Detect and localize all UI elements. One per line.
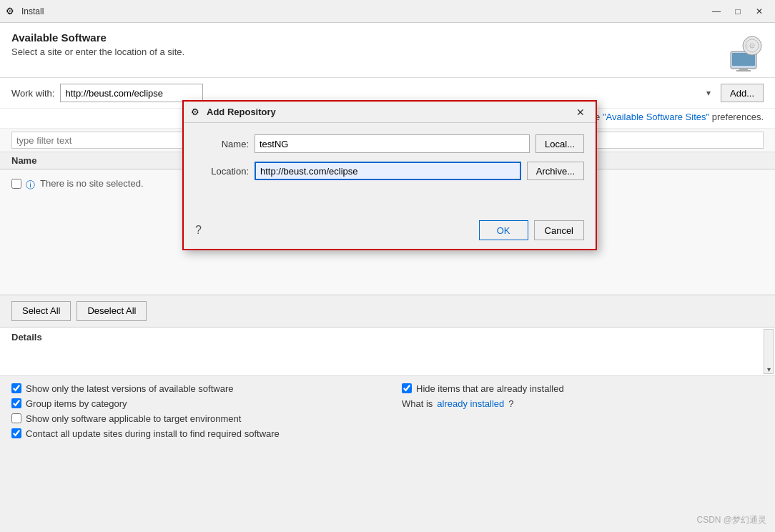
- title-bar-icon: ⚙: [6, 6, 17, 17]
- location-field-label: Location:: [195, 166, 249, 177]
- archive-button[interactable]: Archive...: [527, 162, 584, 180]
- option-label-7: Contact all update sites during install …: [26, 428, 280, 439]
- scroll-down-arrow[interactable]: ▾: [767, 365, 771, 373]
- name-field-row: Name: Local...: [195, 134, 584, 153]
- cd-icon: [724, 31, 764, 72]
- work-with-label: Work with:: [11, 88, 54, 99]
- option-label-4-pre: What is: [402, 398, 433, 409]
- details-label: Details: [11, 332, 764, 343]
- option-checkbox-7[interactable]: [11, 428, 21, 438]
- row-text: There is no site selected.: [40, 178, 144, 189]
- dialog-title: Add Repository: [207, 107, 573, 117]
- option-label-5: Show only software applicable to target …: [26, 413, 241, 424]
- header-title: Available Software: [11, 31, 724, 44]
- option-label-2: Hide items that are already installed: [416, 383, 564, 394]
- options-section: Show only the latest versions of availab…: [0, 376, 775, 533]
- dialog-close-button[interactable]: ✕: [573, 104, 588, 120]
- available-software-sites-link[interactable]: "Available Software Sites": [603, 112, 709, 122]
- watermark: CSDN @梦幻通灵: [696, 514, 766, 526]
- title-bar-title: Install: [21, 6, 706, 16]
- already-installed-link[interactable]: already installed: [437, 398, 504, 409]
- svg-rect-3: [736, 70, 751, 72]
- row-checkbox[interactable]: [11, 179, 21, 189]
- details-scrollbar[interactable]: ▾: [764, 329, 774, 374]
- option-item-3: Group items by category: [11, 398, 373, 409]
- option-item-4: What is already installed?: [402, 398, 764, 409]
- option-item-2: Hide items that are already installed: [402, 383, 764, 394]
- option-checkbox-2[interactable]: [402, 383, 412, 393]
- details-section: Details ▾: [0, 327, 775, 376]
- options-grid: Show only the latest versions of availab…: [11, 383, 764, 439]
- header-area: Available Software Select a site or ente…: [0, 23, 775, 78]
- name-field-label: Name:: [195, 139, 249, 149]
- location-field-input[interactable]: [255, 162, 521, 180]
- minimize-button[interactable]: —: [706, 4, 726, 19]
- select-all-button[interactable]: Select All: [11, 301, 71, 321]
- local-button[interactable]: Local...: [535, 134, 584, 153]
- option-label-1: Show only the latest versions of availab…: [26, 383, 234, 394]
- main-window: Available Software Select a site or ente…: [0, 23, 775, 532]
- option-label-3: Group items by category: [26, 398, 127, 409]
- dialog-cancel-button[interactable]: Cancel: [534, 220, 584, 240]
- option-item-1: Show only the latest versions of availab…: [11, 383, 373, 394]
- dialog-title-bar: ⚙ Add Repository ✕: [184, 102, 596, 123]
- deselect-all-button[interactable]: Deselect All: [76, 301, 147, 321]
- dialog-ok-button[interactable]: OK: [479, 220, 528, 240]
- header-text-section: Available Software Select a site or ente…: [11, 31, 724, 57]
- dialog-spacer: [195, 189, 584, 203]
- maximize-button[interactable]: □: [728, 4, 748, 19]
- close-button[interactable]: ✕: [749, 4, 769, 19]
- option-checkbox-1[interactable]: [11, 383, 21, 393]
- dialog-bottom: ? OK Cancel: [184, 215, 596, 249]
- option-label-4-post: ?: [508, 398, 513, 409]
- option-item-6: [402, 413, 764, 424]
- title-bar-controls: — □ ✕: [706, 4, 769, 19]
- bottom-buttons-bar: Select All Deselect All: [0, 295, 775, 327]
- sites-row-after: preferences.: [709, 112, 764, 122]
- option-item-5: Show only software applicable to target …: [11, 413, 373, 424]
- svg-point-7: [751, 45, 754, 47]
- location-field-row: Location: Archive...: [195, 162, 584, 180]
- add-button[interactable]: Add...: [721, 84, 764, 102]
- add-repository-dialog: ⚙ Add Repository ✕ Name: Local... Locati…: [182, 100, 597, 250]
- header-subtitle: Select a site or enter the location of a…: [11, 46, 724, 57]
- name-field-input[interactable]: [255, 134, 530, 153]
- info-icon: ⓘ: [26, 179, 36, 189]
- dialog-icon: ⚙: [191, 107, 202, 118]
- dialog-body: Name: Local... Location: Archive...: [184, 123, 596, 215]
- details-body: [11, 343, 764, 371]
- help-icon[interactable]: ?: [195, 224, 473, 237]
- title-bar: ⚙ Install — □ ✕: [0, 0, 775, 23]
- option-checkbox-3[interactable]: [11, 398, 21, 408]
- name-column-header: Name: [11, 155, 36, 166]
- option-checkbox-5[interactable]: [11, 413, 21, 423]
- option-item-7: Contact all update sites during install …: [11, 428, 764, 439]
